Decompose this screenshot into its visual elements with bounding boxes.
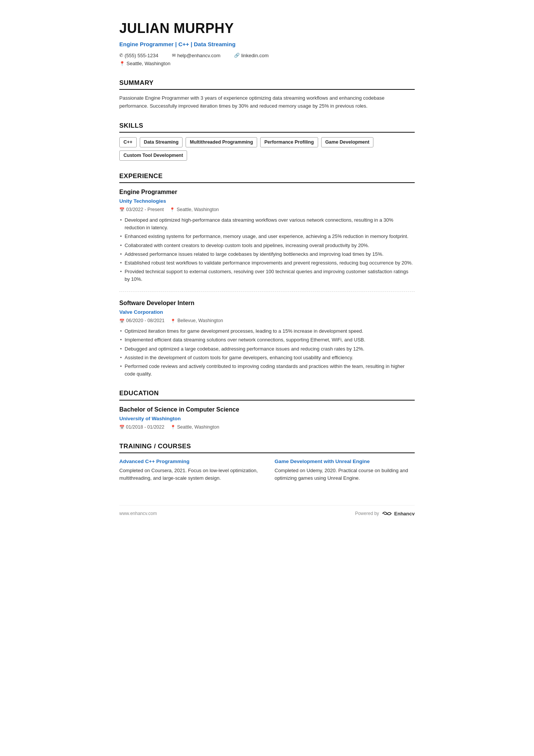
powered-by-label: Powered by — [355, 510, 379, 517]
training-container: Advanced C++ Programming Completed on Co… — [119, 458, 415, 482]
header: JULIAN MURPHY Engine Programmer | C++ | … — [119, 18, 415, 67]
summary-title: SUMMARY — [119, 78, 415, 90]
experience-item: Software Developer Intern Valve Corporat… — [119, 291, 415, 378]
resume-page: JULIAN MURPHY Engine Programmer | C++ | … — [97, 0, 437, 540]
education-section: EDUCATION Bachelor of Science in Compute… — [119, 388, 415, 431]
edu-location: 📍 Seattle, Washington — [170, 424, 219, 431]
job-meta: 📅 06/2020 - 08/2021 📍 Bellevue, Washingt… — [119, 317, 415, 324]
edu-dates: 📅 01/2018 - 01/2022 — [119, 424, 164, 431]
experience-item: Engine Programmer Unity Technologies 📅 0… — [119, 188, 415, 283]
skills-section: SKILLS C++Data StreamingMultithreaded Pr… — [119, 121, 415, 161]
enhancv-brand-name: Enhancv — [394, 510, 415, 518]
location-contact: 📍 Seattle, Washington — [119, 60, 415, 67]
email-contact: ✉ help@enhancv.com — [172, 52, 220, 59]
linkedin-url: linkedin.com — [241, 52, 269, 59]
calendar-icon: 📅 — [119, 425, 125, 429]
pin-icon: 📍 — [170, 318, 176, 324]
experience-container: Engine Programmer Unity Technologies 📅 0… — [119, 188, 415, 378]
phone-contact: ✆ (555) 555-1234 — [119, 52, 158, 59]
training-title: TRAINING / COURSES — [119, 441, 415, 454]
job-bullets: Developed and optimized high-performance… — [119, 216, 415, 283]
footer-website: www.enhancv.com — [119, 510, 157, 517]
job-title: Engine Programmer — [119, 188, 415, 197]
edu-school: University of Washington — [119, 415, 415, 423]
location-text: Seattle, Washington — [126, 60, 170, 67]
job-meta: 📅 03/2022 - Present 📍 Seattle, Washingto… — [119, 206, 415, 213]
footer: www.enhancv.com Powered by Enhancv — [119, 505, 415, 518]
candidate-name: JULIAN MURPHY — [119, 18, 415, 39]
training-item: Advanced C++ Programming Completed on Co… — [119, 458, 259, 482]
bullet-item: Developed and optimized high-performance… — [119, 216, 415, 232]
pin-icon: 📍 — [170, 207, 175, 213]
email-address: help@enhancv.com — [177, 52, 220, 59]
bullet-item: Debugged and optimized a large codebase,… — [119, 345, 415, 353]
email-icon: ✉ — [172, 52, 176, 59]
bullet-item: Assisted in the development of custom to… — [119, 354, 415, 362]
summary-section: SUMMARY Passionate Engine Programmer wit… — [119, 78, 415, 110]
footer-powered: Powered by Enhancv — [355, 510, 415, 518]
company-name: Valve Corporation — [119, 308, 415, 316]
course-title: Advanced C++ Programming — [119, 458, 259, 465]
education-container: Bachelor of Science in Computer Science … — [119, 405, 415, 431]
skill-tag: Performance Profiling — [260, 137, 318, 147]
education-item: Bachelor of Science in Computer Science … — [119, 405, 415, 431]
summary-text: Passionate Engine Programmer with 3 year… — [119, 94, 415, 110]
company-name: Unity Technologies — [119, 197, 415, 205]
pin-icon: 📍 — [170, 425, 176, 429]
training-section: TRAINING / COURSES Advanced C++ Programm… — [119, 441, 415, 482]
link-icon: 🔗 — [234, 52, 240, 59]
job-location: 📍 Seattle, Washington — [170, 206, 219, 213]
course-description: Completed on Coursera, 2021. Focus on lo… — [119, 467, 259, 482]
edu-degree: Bachelor of Science in Computer Science — [119, 405, 415, 414]
linkedin-contact: 🔗 linkedin.com — [234, 52, 269, 59]
bullet-item: Enhanced existing systems for performanc… — [119, 233, 415, 240]
phone-icon: ✆ — [119, 52, 123, 59]
job-dates: 📅 03/2022 - Present — [119, 206, 164, 213]
job-bullets: Optimized iteration times for game devel… — [119, 327, 415, 378]
skill-tag: Multithreaded Programming — [186, 137, 257, 147]
job-title: Software Developer Intern — [119, 299, 415, 308]
bullet-item: Addressed performance issues related to … — [119, 250, 415, 258]
bullet-item: Optimized iteration times for game devel… — [119, 327, 415, 335]
course-title: Game Development with Unreal Engine — [275, 458, 415, 465]
bullet-item: Provided technical support to external c… — [119, 268, 415, 283]
contact-row: ✆ (555) 555-1234 ✉ help@enhancv.com 🔗 li… — [119, 52, 415, 59]
calendar-icon: 📅 — [119, 318, 125, 324]
experience-title: EXPERIENCE — [119, 171, 415, 183]
skill-tag: C++ — [119, 137, 137, 147]
skill-tag: Data Streaming — [140, 137, 183, 147]
skill-tag: Game Development — [321, 137, 374, 147]
location-icon: 📍 — [119, 60, 125, 67]
candidate-title: Engine Programmer | C++ | Data Streaming — [119, 40, 415, 49]
enhancv-logo: Enhancv — [382, 510, 415, 518]
edu-meta: 📅 01/2018 - 01/2022 📍 Seattle, Washingto… — [119, 424, 415, 431]
enhancv-icon — [382, 510, 393, 517]
job-location: 📍 Bellevue, Washington — [170, 317, 223, 324]
course-description: Completed on Udemy, 2020. Practical cour… — [275, 467, 415, 482]
bullet-item: Established robust test workflows to val… — [119, 259, 415, 267]
calendar-icon: 📅 — [119, 207, 125, 213]
bullet-item: Implemented efficient data streaming sol… — [119, 336, 415, 344]
education-title: EDUCATION — [119, 388, 415, 401]
skills-title: SKILLS — [119, 121, 415, 133]
skills-container: C++Data StreamingMultithreaded Programmi… — [119, 137, 415, 161]
bullet-item: Performed code reviews and actively cont… — [119, 363, 415, 378]
phone-number: (555) 555-1234 — [125, 52, 158, 59]
training-item: Game Development with Unreal Engine Comp… — [275, 458, 415, 482]
experience-section: EXPERIENCE Engine Programmer Unity Techn… — [119, 171, 415, 378]
skill-tag: Custom Tool Development — [119, 150, 187, 161]
job-dates: 📅 06/2020 - 08/2021 — [119, 317, 164, 324]
bullet-item: Collaborated with content creators to de… — [119, 242, 415, 249]
